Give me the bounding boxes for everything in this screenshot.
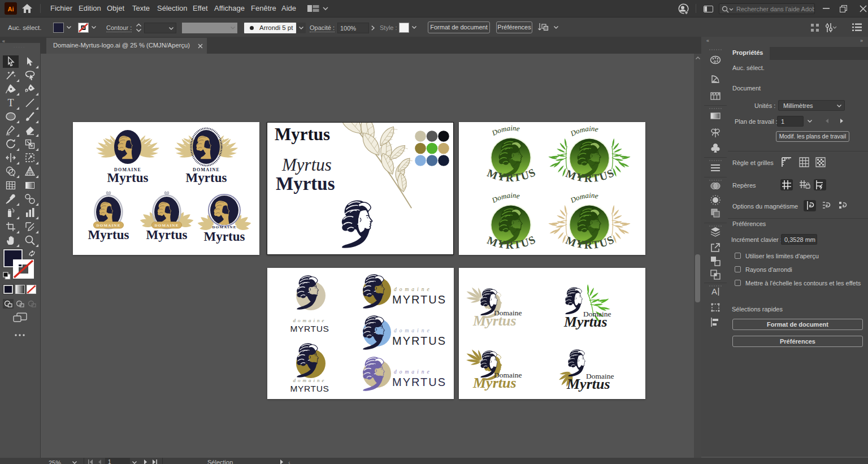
svg-text:Myrtus: Myrtus [88, 228, 129, 242]
svg-text:Domaine: Domaine [490, 191, 520, 205]
svg-text:domaine: domaine [394, 369, 432, 375]
svg-text:Myrtus: Myrtus [281, 155, 332, 175]
svg-text:DOMAINE: DOMAINE [212, 225, 236, 229]
svg-text:MYRTUS: MYRTUS [290, 384, 329, 393]
svg-text:Myrtus: Myrtus [204, 229, 245, 244]
svg-text:Myrtus: Myrtus [563, 314, 607, 330]
svg-text:Myrtus: Myrtus [107, 171, 149, 185]
svg-text:Myrtus: Myrtus [472, 313, 517, 329]
svg-text:Myrtus: Myrtus [566, 376, 610, 392]
svg-text:A: A [711, 287, 717, 296]
svg-text:MYRTUS: MYRTUS [392, 293, 446, 306]
svg-text:T: T [8, 97, 14, 109]
svg-text:Domaine: Domaine [568, 124, 599, 138]
svg-text:MYRTUS: MYRTUS [392, 376, 446, 388]
svg-text:Myrtus: Myrtus [276, 174, 335, 194]
svg-text:Myrtus: Myrtus [472, 375, 517, 391]
svg-text:domaine: domaine [293, 318, 327, 323]
svg-text:DOMAINE: DOMAINE [96, 223, 120, 228]
svg-text:MYRTUS: MYRTUS [290, 324, 329, 333]
svg-text:MYRTUS: MYRTUS [392, 335, 446, 347]
svg-text:domaine: domaine [394, 287, 432, 292]
svg-text:Myrtus: Myrtus [186, 171, 227, 185]
svg-text:domaine: domaine [394, 328, 432, 333]
svg-text:Myrtus: Myrtus [146, 228, 188, 242]
svg-text:Myrtus: Myrtus [275, 124, 330, 144]
svg-text:Domaine: Domaine [490, 124, 520, 137]
svg-text:domaine: domaine [293, 378, 327, 383]
svg-text:Ai: Ai [8, 6, 14, 12]
svg-text:DOMAINE: DOMAINE [154, 223, 179, 228]
svg-text:Domaine: Domaine [568, 191, 599, 205]
